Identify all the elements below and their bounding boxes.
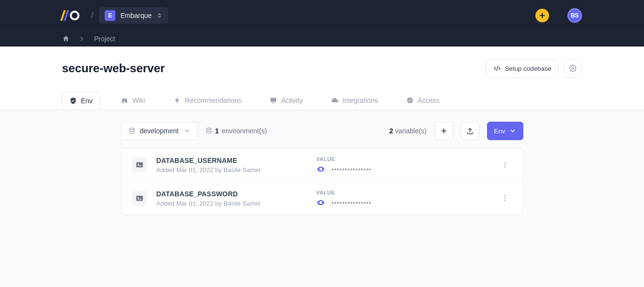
dots-vertical-icon[interactable] xyxy=(501,194,509,202)
tab-activity-label: Activity xyxy=(281,96,302,104)
tab-wiki[interactable]: Wiki xyxy=(113,91,152,110)
svg-point-6 xyxy=(129,128,134,130)
variable-value-label: VALUE xyxy=(316,190,498,195)
breadcrumb: Project xyxy=(0,31,644,47)
add-variable-button[interactable] xyxy=(435,122,453,140)
chevron-down-icon xyxy=(184,128,190,134)
svg-rect-17 xyxy=(136,196,142,201)
plus-icon xyxy=(440,128,447,134)
tab-integrations[interactable]: Integrations xyxy=(324,91,385,110)
tab-recommendations[interactable]: Recommendations xyxy=(166,91,249,110)
setup-codebase-button[interactable]: Setup codebase xyxy=(486,59,559,78)
svg-point-7 xyxy=(206,128,211,130)
svg-point-16 xyxy=(504,166,505,167)
variable-name: DATABASE_USERNAME xyxy=(157,157,316,164)
variable-row[interactable]: DATABASE_USERNAME Added Mar 01, 2022 by … xyxy=(122,148,523,181)
variable-list: DATABASE_USERNAME Added Mar 01, 2022 by … xyxy=(121,148,523,215)
svg-rect-11 xyxy=(136,162,142,168)
database-icon xyxy=(128,128,135,134)
bolt-icon xyxy=(173,96,181,104)
environment-count-suffix: environment(s) xyxy=(221,127,267,135)
tab-activity[interactable]: Activity xyxy=(262,91,310,110)
environment-count: 1 environment(s) xyxy=(205,127,267,135)
logo-o xyxy=(70,11,79,20)
svg-point-3 xyxy=(572,67,574,69)
terminal-icon xyxy=(132,158,147,172)
gear-icon xyxy=(569,64,577,72)
database-icon xyxy=(205,128,212,134)
tab-recommendations-label: Recommendations xyxy=(185,96,242,104)
svg-point-22 xyxy=(504,200,505,201)
svg-point-13 xyxy=(320,169,321,170)
tab-access-label: Access xyxy=(418,96,440,104)
home-icon[interactable] xyxy=(62,35,70,43)
svg-point-21 xyxy=(504,198,505,199)
add-button[interactable] xyxy=(535,9,549,22)
tab-env[interactable]: Env xyxy=(62,92,100,110)
presentation-icon xyxy=(269,96,277,104)
setup-codebase-label: Setup codebase xyxy=(505,65,551,72)
code-icon xyxy=(493,64,501,72)
variable-meta: Added Mar 01, 2022 by Basile Samel xyxy=(157,166,316,174)
env-action-label: Env xyxy=(494,128,505,135)
env-action-button[interactable]: Env xyxy=(487,122,523,140)
chevron-right-icon xyxy=(79,35,85,42)
environment-selector[interactable]: development xyxy=(121,122,198,140)
avatar[interactable]: BS xyxy=(567,8,582,23)
eye-icon[interactable] xyxy=(316,165,325,174)
dots-vertical-icon[interactable] xyxy=(501,161,509,169)
workspace-switcher[interactable]: E Embarque xyxy=(99,7,168,24)
castle-icon xyxy=(121,96,128,104)
badge-check-icon xyxy=(406,96,414,104)
eye-icon[interactable] xyxy=(316,198,325,207)
svg-rect-4 xyxy=(270,98,276,102)
variable-masked-value: ••••••••••••••• xyxy=(332,167,372,172)
tabs: Env Wiki Recommendations Activity Integr… xyxy=(62,91,582,110)
navbar: / E Embarque BS xyxy=(0,0,644,31)
variable-value-label: VALUE xyxy=(316,156,498,162)
content: development 1 environment(s) 2 variable(… xyxy=(121,122,523,235)
tab-env-label: Env xyxy=(81,97,93,105)
svg-point-14 xyxy=(504,162,505,163)
variable-count: 2 variable(s) xyxy=(389,127,426,135)
settings-button[interactable] xyxy=(564,59,582,78)
svg-line-2 xyxy=(496,66,498,70)
page-title: secure-web-server xyxy=(62,62,165,75)
variable-row[interactable]: DATABASE_PASSWORD Added Mar 01, 2022 by … xyxy=(122,181,523,215)
svg-point-19 xyxy=(320,202,321,204)
environment-count-number: 1 xyxy=(215,127,219,135)
upload-button[interactable] xyxy=(461,122,479,140)
upload-icon xyxy=(466,127,474,135)
logo[interactable] xyxy=(62,10,79,21)
breadcrumb-project[interactable]: Project xyxy=(94,35,115,43)
plus-icon xyxy=(539,12,546,19)
environment-selected: development xyxy=(140,127,179,135)
variable-count-suffix: variable(s) xyxy=(395,127,426,135)
tab-integrations-label: Integrations xyxy=(343,96,378,104)
svg-point-20 xyxy=(504,195,505,196)
variable-name: DATABASE_PASSWORD xyxy=(157,190,316,198)
header-actions: Setup codebase xyxy=(486,59,582,78)
workspace-badge: E xyxy=(105,10,115,21)
variable-meta: Added Mar 01, 2022 by Basile Samel xyxy=(157,200,316,207)
chevron-up-down-icon xyxy=(157,13,162,18)
tab-wiki-label: Wiki xyxy=(132,96,145,104)
variable-masked-value: ••••••••••••••• xyxy=(332,200,372,206)
variable-count-number: 2 xyxy=(389,127,393,135)
terminal-icon xyxy=(132,191,147,206)
workspace-name: Embarque xyxy=(120,12,152,19)
env-toolbar: development 1 environment(s) 2 variable(… xyxy=(121,122,523,140)
svg-point-15 xyxy=(504,164,505,165)
nav-separator: / xyxy=(91,11,93,20)
cloud-icon xyxy=(331,96,339,104)
chevron-down-icon xyxy=(509,128,516,134)
shield-check-icon xyxy=(69,97,77,105)
tab-access[interactable]: Access xyxy=(399,91,447,110)
page-header: secure-web-server Setup codebase Env Wik… xyxy=(0,47,644,110)
avatar-initials: BS xyxy=(571,12,579,19)
